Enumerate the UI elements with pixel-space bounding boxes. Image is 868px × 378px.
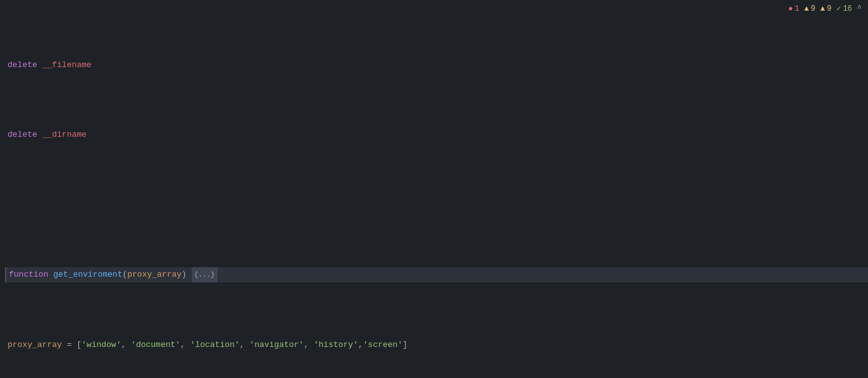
var-proxy-array: proxy_array	[8, 338, 62, 352]
error-count: 1	[795, 4, 799, 13]
code-editor[interactable]: delete __filename delete __dirname funct…	[0, 0, 868, 378]
str-window: 'window'	[82, 338, 121, 352]
warning1-status[interactable]: ▲ 9	[804, 4, 815, 13]
fn-get-enviroment: get_enviroment	[53, 268, 122, 282]
str-history: 'history'	[314, 338, 358, 352]
str-navigator: 'navigator'	[249, 338, 304, 352]
code-line-2: delete __dirname	[5, 128, 868, 142]
warning2-status[interactable]: ▲ 9	[821, 4, 831, 13]
warning2-icon: ▲	[821, 4, 825, 13]
editor-container: ● 1 ▲ 9 ▲ 9 ✓ 16 ^ delete __filename del…	[0, 0, 868, 378]
error-icon: ●	[788, 4, 793, 13]
warning1-count: 9	[811, 4, 815, 13]
code-line-3	[5, 198, 868, 211]
collapsed-block: {...}	[192, 267, 218, 282]
str-screen: 'screen'	[363, 338, 402, 352]
error-status[interactable]: ● 1	[788, 4, 799, 13]
code-line-5: proxy_array = ['window', 'document', 'lo…	[5, 338, 868, 352]
warning2-count: 9	[827, 4, 831, 13]
ok-status[interactable]: ✓ 16	[836, 4, 852, 13]
keyword-delete2: delete	[8, 128, 37, 142]
keyword-delete: delete	[8, 58, 37, 72]
ok-count: 16	[843, 4, 852, 13]
code-line-4: function get_enviroment(proxy_array) {..…	[5, 267, 868, 282]
chevron-icon[interactable]: ^	[857, 4, 862, 13]
str-location: 'location'	[190, 338, 240, 352]
warning1-icon: ▲	[804, 4, 809, 13]
param-proxy-array: proxy_array	[127, 268, 182, 282]
var-dirname: __dirname	[42, 128, 87, 142]
keyword-function: function	[9, 268, 48, 282]
code-line-1: delete __filename	[5, 58, 868, 72]
ok-icon: ✓	[836, 4, 841, 13]
str-document: 'document'	[131, 338, 180, 352]
var-filename: __filename	[42, 58, 92, 72]
status-bar[interactable]: ● 1 ▲ 9 ▲ 9 ✓ 16 ^	[788, 4, 862, 13]
